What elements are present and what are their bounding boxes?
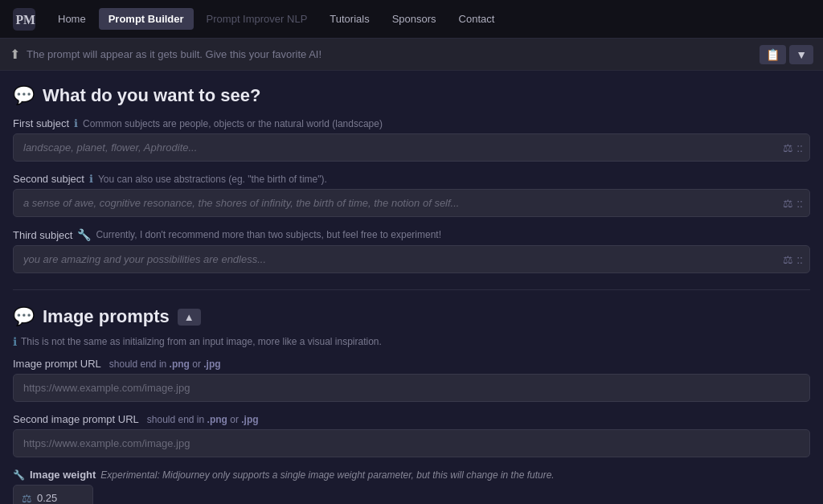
nav-sponsors[interactable]: Sponsors	[383, 8, 446, 30]
weight-label: Image weight	[30, 469, 96, 481]
second-url-input-wrapper	[13, 429, 810, 457]
first-url-hint: should end in .png or .jpg	[109, 359, 221, 370]
first-subject-label-row: First subject ℹ Common subjects are peop…	[13, 117, 810, 129]
nav-home[interactable]: Home	[48, 8, 96, 30]
third-subject-hint-text: Currently, I don't recommend more than t…	[96, 229, 441, 240]
second-url-or: or	[230, 414, 239, 425]
second-url-input[interactable]	[14, 430, 809, 457]
image-prompts-title: Image prompts	[43, 306, 170, 327]
info-icon: ℹ	[13, 335, 17, 348]
first-subject-row: First subject ℹ Common subjects are peop…	[13, 117, 810, 162]
navbar: PM Home Prompt Builder Prompt Improver N…	[0, 0, 823, 39]
second-subject-hint-text: You can also use abstractions (eg. "the …	[98, 174, 327, 185]
svg-text:PM: PM	[16, 13, 36, 27]
first-url-ext2: .jpg	[203, 359, 220, 370]
weight-experiment-icon: 🔧	[13, 469, 25, 481]
second-url-hint-prefix: should end in	[147, 414, 204, 425]
third-subject-label-row: Third subject 🔧 Currently, I don't recom…	[13, 228, 810, 241]
nav-tutorials[interactable]: Tutorials	[320, 8, 379, 30]
image-prompts-header: 💬 Image prompts ▲	[13, 306, 810, 327]
third-subject-input[interactable]	[14, 246, 783, 272]
grid-icon-3[interactable]: ::	[796, 253, 803, 266]
second-subject-label-row: Second subject ℹ You can also use abstra…	[13, 173, 810, 185]
first-url-input[interactable]	[14, 375, 809, 401]
third-subject-label: Third subject	[13, 229, 72, 241]
nav-logo: PM	[10, 5, 39, 34]
nav-prompt-improver: Prompt Improver NLP	[197, 8, 317, 30]
second-subject-row: Second subject ℹ You can also use abstra…	[13, 173, 810, 217]
first-url-row: Image prompt URL should end in .png or .…	[13, 358, 810, 402]
second-subject-label: Second subject	[13, 173, 84, 185]
second-subject-input-icons: ⚖ ::	[783, 197, 809, 210]
prompt-bar: ⬆ The prompt will appear as it gets buil…	[0, 39, 823, 71]
weight-balance-icon: ⚖	[22, 492, 32, 505]
balance-icon[interactable]: ⚖	[783, 141, 793, 154]
first-url-label: Image prompt URL	[13, 358, 101, 370]
third-subject-input-wrapper: ⚖ ::	[13, 245, 810, 273]
first-subject-hint-text: Common subjects are people, objects or t…	[83, 118, 383, 129]
second-subject-hint-icon[interactable]: ℹ	[89, 173, 93, 185]
collapse-button[interactable]: ▲	[178, 309, 201, 326]
prompt-bar-arrow-icon: ⬆	[10, 47, 20, 62]
image-weight-row: 🔧 Image weight Experimental: Midjourney …	[13, 469, 810, 504]
prompt-bar-actions: 📋 ▼	[760, 45, 813, 64]
balance-icon-2[interactable]: ⚖	[783, 197, 793, 210]
grid-icon-2[interactable]: ::	[796, 197, 803, 210]
third-subject-experiment-icon[interactable]: 🔧	[77, 228, 91, 241]
prompt-bar-placeholder: The prompt will appear as it gets built.…	[27, 48, 753, 60]
image-prompts-info: ℹ This is not the same as initializing f…	[13, 335, 810, 348]
first-subject-input-icons: ⚖ ::	[783, 141, 809, 154]
image-weight-label-row: 🔧 Image weight Experimental: Midjourney …	[13, 469, 810, 481]
first-url-ext1: .png	[170, 359, 190, 370]
prompt-options-button[interactable]: ▼	[789, 45, 813, 64]
second-url-ext1: .png	[207, 414, 227, 425]
third-subject-row: Third subject 🔧 Currently, I don't recom…	[13, 228, 810, 273]
second-subject-input-wrapper: ⚖ ::	[13, 189, 810, 217]
second-url-hint: should end in .png or .jpg	[147, 414, 259, 425]
second-subject-input[interactable]	[14, 190, 783, 216]
first-subject-input-wrapper: ⚖ ::	[13, 133, 810, 162]
second-url-row: Second image prompt URL should end in .p…	[13, 413, 810, 457]
first-subject-hint-icon[interactable]: ℹ	[74, 117, 78, 129]
first-url-input-wrapper	[13, 374, 810, 402]
third-subject-input-icons: ⚖ ::	[783, 253, 809, 266]
balance-icon-3[interactable]: ⚖	[783, 253, 793, 266]
what-section-icon: 💬	[13, 85, 35, 106]
image-prompts-info-text: This is not the same as initializing fro…	[21, 336, 382, 347]
copy-prompt-button[interactable]: 📋	[760, 45, 786, 64]
section-divider	[13, 289, 810, 290]
second-url-label-row: Second image prompt URL should end in .p…	[13, 413, 810, 425]
weight-value: 0.25	[37, 487, 57, 504]
second-url-ext2: .jpg	[241, 414, 258, 425]
second-url-label: Second image prompt URL	[13, 413, 139, 425]
nav-contact[interactable]: Contact	[449, 8, 505, 30]
nav-prompt-builder[interactable]: Prompt Builder	[99, 8, 194, 30]
what-section-title: What do you want to see?	[43, 85, 260, 106]
first-url-hint-prefix: should end in	[109, 359, 166, 370]
first-url-or: or	[192, 359, 201, 370]
first-url-label-row: Image prompt URL should end in .png or .…	[13, 358, 810, 370]
weight-input-wrapper: ⚖ 0.25	[13, 485, 93, 504]
what-section-header: 💬 What do you want to see?	[13, 85, 810, 106]
weight-hint-text: Experimental: Midjourney only supports a…	[100, 469, 554, 481]
first-subject-input[interactable]	[14, 134, 783, 161]
grid-icon[interactable]: ::	[796, 141, 803, 154]
first-subject-label: First subject	[13, 117, 69, 129]
main-content: 💬 What do you want to see? First subject…	[0, 71, 823, 504]
image-prompts-icon: 💬	[13, 306, 35, 327]
